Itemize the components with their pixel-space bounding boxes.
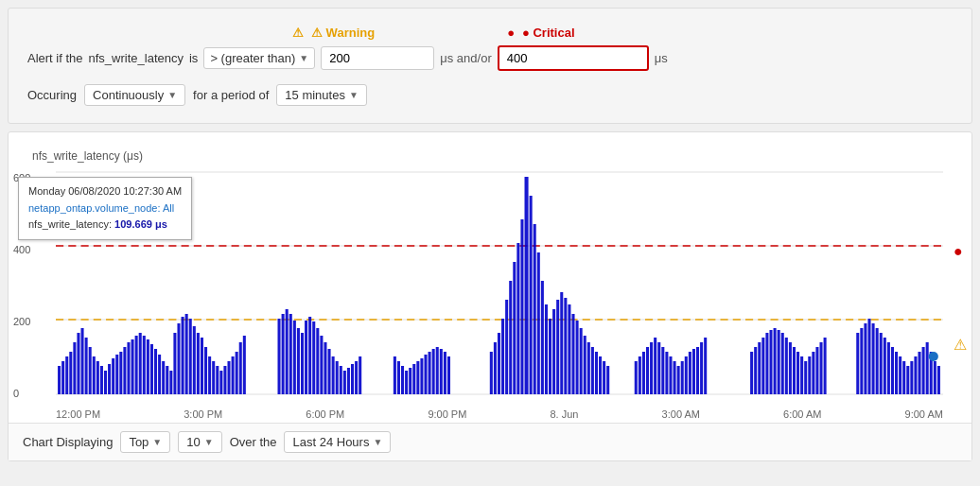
svg-rect-41 [201, 338, 203, 394]
chart-title: nfs_write_latency (μs) [23, 149, 957, 167]
svg-rect-129 [665, 352, 668, 394]
chart-panel: nfs_write_latency (μs) 600 400 200 0 [8, 131, 972, 461]
svg-rect-128 [661, 347, 664, 394]
condition-dropdown[interactable]: > (greater than) ▼ [203, 47, 315, 69]
svg-rect-37 [185, 314, 188, 394]
svg-rect-33 [169, 371, 172, 394]
svg-rect-49 [232, 356, 235, 394]
svg-rect-53 [278, 319, 281, 394]
svg-rect-123 [642, 352, 645, 394]
chart-marker-dot [929, 352, 938, 361]
period-label: for a period of [193, 88, 269, 102]
svg-rect-16 [104, 371, 107, 394]
svg-rect-148 [781, 333, 784, 394]
svg-rect-59 [301, 333, 304, 394]
svg-rect-147 [778, 330, 780, 394]
svg-rect-91 [494, 342, 497, 394]
svg-rect-75 [394, 356, 396, 394]
svg-rect-121 [635, 361, 638, 394]
top-count-dropdown[interactable]: 10 ▼ [178, 431, 221, 453]
warning-icon: ⚠ [292, 26, 304, 40]
period-dropdown[interactable]: 15 minutes ▼ [276, 84, 367, 106]
x-label-600pm: 6:00 PM [306, 408, 344, 420]
warning-input[interactable] [321, 46, 434, 70]
svg-rect-110 [568, 304, 570, 394]
svg-rect-144 [765, 333, 768, 394]
svg-rect-160 [856, 333, 859, 394]
svg-rect-42 [204, 347, 207, 394]
svg-rect-126 [654, 338, 656, 394]
alert-config-panel: ⚠ ⚠ Warning ● ● Critical Alert if the nf… [8, 8, 972, 124]
svg-rect-119 [603, 361, 605, 394]
svg-rect-26 [143, 336, 146, 394]
y-tick-200: 200 [13, 316, 30, 327]
svg-rect-83 [424, 355, 427, 394]
svg-rect-98 [520, 219, 523, 394]
critical-input[interactable] [498, 45, 649, 71]
unit-after: μs [655, 51, 668, 65]
svg-rect-92 [498, 333, 500, 394]
svg-rect-154 [804, 361, 807, 394]
svg-rect-138 [700, 342, 703, 394]
svg-rect-146 [774, 328, 777, 394]
svg-rect-4 [58, 366, 61, 394]
svg-rect-114 [584, 336, 586, 394]
continuously-dropdown[interactable]: Continuously ▼ [84, 84, 185, 106]
svg-rect-34 [173, 333, 176, 394]
svg-rect-24 [135, 336, 138, 394]
svg-rect-48 [227, 361, 230, 394]
x-label-1200pm: 12:00 PM [56, 408, 100, 420]
svg-rect-6 [65, 356, 68, 394]
svg-rect-124 [646, 347, 649, 394]
svg-rect-40 [197, 333, 200, 394]
svg-rect-69 [340, 366, 342, 394]
svg-rect-88 [444, 352, 446, 394]
svg-rect-81 [416, 361, 419, 394]
svg-rect-177 [922, 347, 925, 394]
svg-rect-50 [236, 352, 238, 394]
svg-rect-159 [824, 338, 827, 394]
svg-rect-161 [860, 328, 863, 394]
svg-rect-174 [910, 361, 913, 394]
svg-rect-107 [556, 300, 559, 394]
svg-rect-115 [587, 342, 590, 394]
critical-header: ● ● Critical [507, 26, 574, 40]
unit-between: μs and/or [440, 51, 491, 65]
tooltip-node-label: netapp_ontap.volume_node: [28, 202, 160, 214]
warning-header: ⚠ ⚠ Warning [292, 26, 375, 40]
svg-rect-85 [432, 349, 435, 394]
svg-rect-178 [926, 342, 929, 394]
svg-rect-90 [490, 352, 493, 394]
svg-rect-101 [534, 224, 536, 394]
svg-rect-165 [876, 328, 879, 394]
continuously-chevron-icon: ▼ [167, 90, 177, 100]
svg-rect-117 [595, 352, 598, 394]
svg-rect-21 [123, 347, 126, 394]
svg-rect-142 [758, 342, 761, 394]
x-label-900pm: 9:00 PM [428, 408, 466, 420]
svg-rect-171 [899, 356, 901, 394]
svg-rect-166 [880, 333, 883, 394]
svg-rect-105 [549, 319, 551, 394]
tooltip-metric-value: 109.669 μs [114, 218, 167, 230]
svg-rect-112 [576, 321, 579, 394]
svg-rect-127 [657, 342, 660, 394]
svg-rect-157 [815, 347, 818, 394]
svg-rect-113 [580, 328, 583, 394]
svg-rect-176 [918, 352, 920, 394]
svg-rect-109 [564, 298, 567, 394]
tooltip-node-value: All [163, 202, 174, 214]
svg-rect-27 [147, 339, 149, 394]
svg-rect-18 [112, 358, 114, 394]
svg-rect-103 [541, 281, 544, 394]
svg-rect-39 [193, 326, 196, 394]
alert-prefix: Alert if the [27, 51, 83, 65]
svg-rect-38 [189, 319, 192, 394]
tooltip-node: netapp_ontap.volume_node: All [28, 200, 182, 217]
top-dropdown[interactable]: Top ▼ [120, 431, 170, 453]
svg-rect-122 [639, 356, 641, 394]
svg-rect-60 [305, 321, 307, 394]
svg-rect-14 [96, 361, 99, 394]
svg-rect-130 [669, 356, 672, 394]
period-select-dropdown[interactable]: Last 24 Hours ▼ [284, 431, 391, 453]
